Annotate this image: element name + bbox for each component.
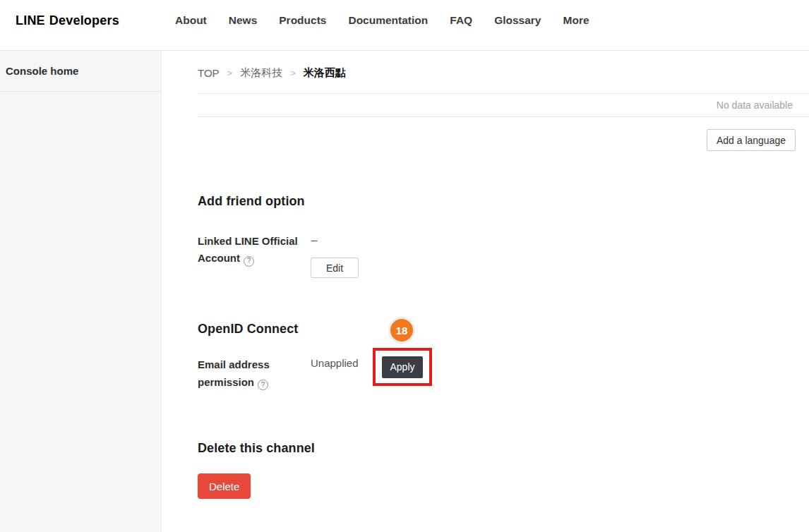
sidebar-item-label: Console home — [6, 65, 78, 77]
nav-item-documentation[interactable]: Documentation — [348, 14, 428, 27]
help-icon[interactable]: ? — [244, 256, 254, 267]
breadcrumb: TOP > 米洛科技 > 米洛西點 — [198, 64, 346, 81]
sidebar-item-console-home[interactable]: Console home — [0, 51, 161, 92]
add-language-button[interactable]: Add a language — [707, 129, 796, 151]
linked-official-account-value: – — [311, 234, 317, 246]
language-table-empty-row: No data available — [198, 93, 809, 117]
nav-item-more[interactable]: More — [563, 14, 589, 27]
help-icon[interactable]: ? — [258, 380, 268, 390]
apply-button[interactable]: Apply — [382, 356, 423, 378]
nav-item-products[interactable]: Products — [279, 14, 326, 27]
label-line-1: Email address — [198, 358, 270, 370]
step-number-badge: 18 — [390, 319, 413, 341]
logo-developers-text: Developers — [49, 13, 119, 28]
email-permission-label: Email address permission? — [198, 356, 314, 391]
annotation-highlight-box: Apply — [373, 348, 432, 386]
breadcrumb-top-link[interactable]: TOP — [198, 67, 220, 79]
top-header: LINE Developers About News Products Docu… — [0, 0, 809, 51]
top-navigation: About News Products Documentation FAQ Gl… — [175, 0, 589, 41]
email-permission-status: Unapplied — [311, 357, 359, 369]
console-sidebar: Console home — [0, 51, 162, 532]
nav-item-glossary[interactable]: Glossary — [494, 14, 541, 27]
openid-connect-title: OpenID Connect — [198, 322, 298, 337]
logo-line-text: LINE — [16, 13, 45, 28]
add-friend-option-title: Add friend option — [198, 194, 305, 209]
breadcrumb-separator-icon: > — [290, 68, 296, 78]
label-line-1: Linked LINE Official — [198, 235, 298, 247]
nav-item-about[interactable]: About — [175, 14, 207, 27]
main-content: TOP > 米洛科技 > 米洛西點 No data available Add … — [162, 51, 809, 532]
label-line-2: Account — [198, 252, 240, 264]
line-developers-logo[interactable]: LINE Developers — [16, 0, 119, 41]
delete-channel-title: Delete this channel — [198, 441, 315, 456]
nav-item-news[interactable]: News — [229, 14, 258, 27]
breadcrumb-channel-current: 米洛西點 — [304, 66, 346, 80]
nav-item-faq[interactable]: FAQ — [450, 14, 472, 27]
no-data-text: No data available — [717, 99, 793, 111]
linked-official-account-label: Linked LINE Official Account? — [198, 233, 314, 267]
breadcrumb-provider-link[interactable]: 米洛科技 — [240, 66, 282, 80]
label-line-2: permission — [198, 376, 254, 388]
edit-button[interactable]: Edit — [311, 258, 359, 278]
delete-button[interactable]: Delete — [198, 473, 251, 499]
breadcrumb-separator-icon: > — [227, 68, 233, 78]
